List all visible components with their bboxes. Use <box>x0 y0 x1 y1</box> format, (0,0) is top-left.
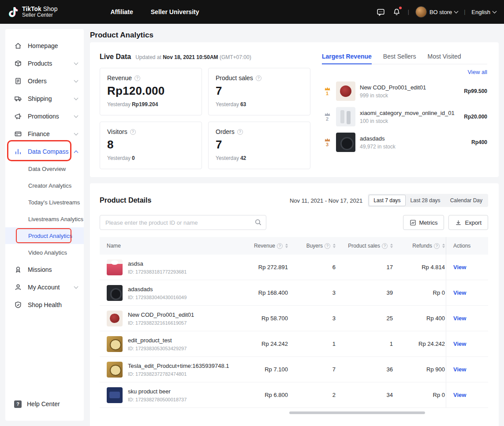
metric-card-revenue: Revenue ? Rp120.000 YesterdayRp199.204 <box>100 68 202 115</box>
sidebar-subitem-data-overview[interactable]: Data Overview <box>5 160 84 177</box>
info-tooltip-icon[interactable]: ? <box>382 243 388 249</box>
promotions-megaphone-icon <box>14 112 22 120</box>
info-tooltip-icon[interactable]: ? <box>434 243 440 249</box>
info-tooltip-icon[interactable]: ? <box>134 75 140 81</box>
sort-control[interactable] <box>390 244 393 248</box>
table-row: edit_product_test ID: 172938305305342929… <box>100 331 488 357</box>
table-row: New COD_Pro001_edit01 ID: 17293823216166… <box>100 306 488 331</box>
sidebar-subitem-product-analytics[interactable]: Product Analytics <box>5 227 84 244</box>
sidebar-subitem-creator-analytics[interactable]: Creator Analytics <box>5 177 84 194</box>
orders-document-icon <box>14 77 22 85</box>
view-link[interactable]: View <box>453 315 466 322</box>
tab-largest-revenue[interactable]: Largest Revenue <box>322 53 372 64</box>
ranking-product-value: Rp99.500 <box>464 88 487 94</box>
sidebar-item-help-center[interactable]: ? Help Center <box>5 395 84 413</box>
cell-buyers: 2 <box>289 392 336 398</box>
sidebar-item-shop-health[interactable]: Shop Health <box>5 296 84 314</box>
sidebar-item-homepage[interactable]: Homepage <box>5 37 84 55</box>
tiktok-shop-logo[interactable]: TikTok Shop Seller Center <box>8 6 57 19</box>
language-selector[interactable]: English <box>471 9 496 15</box>
live-data-title: Live Data <box>100 53 131 61</box>
ranking-product-stock: 999 in stock <box>360 93 460 99</box>
main-content: Product Analytics Live Data Updated at N… <box>90 24 499 426</box>
notifications-bell-icon[interactable] <box>392 7 402 17</box>
view-link[interactable]: View <box>453 341 466 347</box>
sort-control[interactable] <box>333 244 336 248</box>
sidebar-label: Finance <box>28 130 69 137</box>
topbar: TikTok Shop Seller Center Affiliate Sell… <box>0 0 504 24</box>
subitem-label: Video Analytics <box>28 249 67 256</box>
tab-most-visited[interactable]: Most Visited <box>428 53 461 64</box>
metric-grid: Revenue ? Rp120.000 YesterdayRp199.204 P… <box>100 68 310 169</box>
metrics-button[interactable]: Metrics <box>403 215 444 230</box>
sidebar-item-my-account[interactable]: My Account <box>5 278 84 296</box>
sidebar-item-orders[interactable]: Orders <box>5 72 84 90</box>
sort-control[interactable] <box>285 244 288 248</box>
view-all-link[interactable]: View all <box>322 69 487 75</box>
sidebar-item-finance[interactable]: Finance <box>5 125 84 143</box>
store-menu[interactable]: BO store <box>415 6 458 18</box>
user-icon <box>14 283 22 291</box>
yesterday-label: Yesterday <box>216 155 239 161</box>
product-id: ID: 1729383053053429297 <box>128 346 187 351</box>
header-actions: Actions <box>446 237 488 255</box>
range-last-28-days[interactable]: Last 28 days <box>406 195 445 206</box>
info-tooltip-icon[interactable]: ? <box>256 75 261 81</box>
yesterday-label: Yesterday <box>216 101 239 107</box>
product-image <box>107 311 123 326</box>
chevron-down-icon <box>74 61 78 65</box>
view-link[interactable]: View <box>453 264 466 270</box>
sidebar-item-promotions[interactable]: Promotions <box>5 107 84 125</box>
info-tooltip-icon[interactable]: ? <box>237 129 243 135</box>
sort-control[interactable] <box>442 244 445 248</box>
product-image <box>107 362 123 378</box>
date-range-buttons: Last 7 days Last 28 days Calendar Day <box>368 194 488 207</box>
export-button[interactable]: Export <box>448 215 488 230</box>
view-link[interactable]: View <box>453 289 466 296</box>
tab-best-sellers[interactable]: Best Sellers <box>383 53 416 64</box>
sidebar-subitem-livestreams-analytics[interactable]: Livestreams Analytics <box>5 211 84 227</box>
ranking-row[interactable]: 2 xiaomi_category_move_online_id_01 100 … <box>322 107 487 126</box>
sidebar: Homepage Products Orders Shipping Promot… <box>5 29 84 421</box>
cell-buyers: 3 <box>289 315 336 322</box>
sidebar-label: Shop Health <box>28 301 78 308</box>
sidebar-item-products[interactable]: Products <box>5 55 84 72</box>
chat-icon[interactable] <box>376 7 386 17</box>
sidebar-item-missions[interactable]: Missions <box>5 261 84 278</box>
sidebar-subitem-todays-livestreams[interactable]: Today's Livestreams <box>5 194 84 211</box>
sidebar-subitem-video-analytics[interactable]: Video Analytics <box>5 244 84 261</box>
ranking-tabs: Largest Revenue Best Sellers Most Visite… <box>322 53 487 64</box>
cell-refunds: Rp 400 <box>394 315 446 322</box>
product-name: asdsa <box>128 260 187 268</box>
search-input[interactable] <box>100 215 266 230</box>
sidebar-label: Orders <box>28 78 69 85</box>
info-tooltip-icon[interactable]: ? <box>130 129 136 135</box>
header-buyers: Buyers ? <box>289 243 336 249</box>
store-name: BO store <box>429 9 452 15</box>
sidebar-item-data-compass[interactable]: Data Compass <box>5 143 84 160</box>
view-link[interactable]: View <box>453 366 466 373</box>
info-tooltip-icon[interactable]: ? <box>277 243 283 249</box>
yesterday-value: 63 <box>240 101 246 107</box>
product-details-card: Product Details Nov 11, 2021 - Nov 17, 2… <box>90 183 499 426</box>
view-link[interactable]: View <box>453 392 466 398</box>
product-name: Tesla_edit_Prodcut+time:1635939748.1 <box>128 362 229 370</box>
sidebar-label: Shipping <box>28 95 69 102</box>
metric-label: Orders <box>216 128 235 135</box>
yesterday-value: 0 <box>132 155 135 161</box>
horizontal-scrollbar[interactable] <box>289 411 425 414</box>
search-icon[interactable] <box>254 219 262 228</box>
yesterday-value: 42 <box>240 155 246 161</box>
range-calendar-day[interactable]: Calendar Day <box>445 195 487 206</box>
sidebar-item-shipping[interactable]: Shipping <box>5 90 84 107</box>
ranking-row[interactable]: 1 New COD_Pro001_edit01 999 in stock Rp9… <box>322 81 487 101</box>
sidebar-label: Products <box>28 60 69 67</box>
ranking-row[interactable]: 3 adasdads 49,972 in stock Rp400 <box>322 133 487 152</box>
logo-word-shop: Shop <box>43 5 58 12</box>
rank-number: 2 <box>326 117 329 122</box>
range-last-7-days[interactable]: Last 7 days <box>369 195 405 206</box>
nav-affiliate[interactable]: Affiliate <box>110 8 133 15</box>
info-tooltip-icon[interactable]: ? <box>325 243 330 249</box>
nav-seller-university[interactable]: Seller University <box>151 8 199 15</box>
live-data-card: Live Data Updated at Nov 18, 2021 10:50A… <box>90 42 499 177</box>
